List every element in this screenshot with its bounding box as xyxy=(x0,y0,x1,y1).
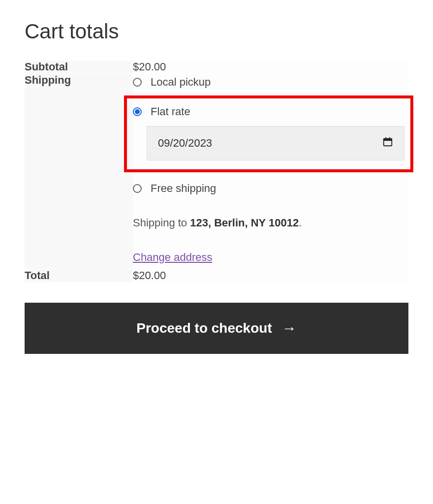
shipping-to-suffix: . xyxy=(299,217,302,229)
shipping-to-text: Shipping to 123, Berlin, NY 10012. xyxy=(133,217,408,229)
radio-icon xyxy=(133,184,142,193)
proceed-to-checkout-button[interactable]: Proceed to checkout → xyxy=(25,303,408,354)
total-label: Total xyxy=(25,269,133,283)
shipping-option-free-shipping[interactable]: Free shipping xyxy=(133,180,408,197)
total-value: $20.00 xyxy=(133,269,408,283)
shipping-option-flat-rate[interactable]: Flat rate xyxy=(133,103,404,120)
shipping-option-local-pickup[interactable]: Local pickup xyxy=(133,74,408,91)
shipping-date-input[interactable]: 09/20/2023 xyxy=(147,126,404,160)
shipping-label: Shipping xyxy=(25,74,133,269)
shipping-to-prefix: Shipping to xyxy=(133,217,190,229)
radio-icon-selected xyxy=(133,107,142,116)
shipping-option-label: Flat rate xyxy=(151,105,190,118)
shipping-to-address: 123, Berlin, NY 10012 xyxy=(190,217,299,229)
svg-rect-1 xyxy=(384,139,392,141)
radio-icon xyxy=(133,78,142,87)
page-title: Cart totals xyxy=(25,20,408,43)
svg-rect-2 xyxy=(385,137,386,140)
svg-rect-3 xyxy=(389,137,390,140)
calendar-icon xyxy=(382,136,393,150)
shipping-option-label: Free shipping xyxy=(151,182,216,195)
change-address-link[interactable]: Change address xyxy=(133,251,408,264)
cart-totals-table: Subtotal $20.00 Shipping Local pickup Fl… xyxy=(25,61,408,282)
checkout-button-label: Proceed to checkout xyxy=(136,320,272,336)
arrow-right-icon: → xyxy=(282,321,297,336)
shipping-options: Local pickup Flat rate 09/20/2023 xyxy=(133,74,408,269)
subtotal-value: $20.00 xyxy=(133,61,408,74)
shipping-value-cell: Local pickup Flat rate 09/20/2023 xyxy=(133,74,408,269)
shipping-date-value: 09/20/2023 xyxy=(158,137,212,150)
subtotal-label: Subtotal xyxy=(25,61,133,74)
highlighted-flat-rate-box: Flat rate 09/20/2023 xyxy=(124,95,413,172)
shipping-option-label: Local pickup xyxy=(151,76,211,89)
